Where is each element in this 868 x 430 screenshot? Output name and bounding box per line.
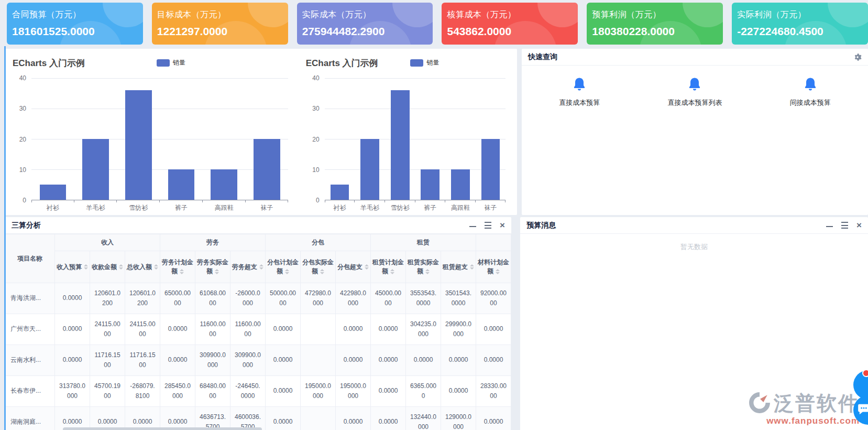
chart-header: ECharts 入门示例 销量 <box>303 52 510 78</box>
column-header[interactable]: 劳务超支 <box>230 251 266 283</box>
x-tick-label: 裤子 <box>415 200 446 213</box>
menu-icon[interactable] <box>485 222 491 229</box>
cell-value: 11716.1500 <box>125 345 160 376</box>
plot <box>325 78 506 200</box>
minimize-icon[interactable] <box>826 226 833 227</box>
bar[interactable] <box>168 169 195 200</box>
bar[interactable] <box>331 185 349 200</box>
stat-card: 合同预算（万元）181601525.0000 <box>7 3 143 45</box>
x-tick-label: 羊毛衫 <box>355 200 385 213</box>
table-row[interactable]: 湖南洞庭...0.00000.00000.00000.00004636713.5… <box>5 407 511 430</box>
column-header[interactable]: 租赁超支 <box>441 251 476 283</box>
left-accent-strip <box>4 46 6 430</box>
sort-caret-icon[interactable] <box>154 264 158 270</box>
chart-legend[interactable]: 销量 <box>410 58 439 67</box>
sort-caret-icon[interactable] <box>390 269 394 274</box>
stat-card: 核算成本（万元）543862.0000 <box>442 3 578 45</box>
bell-icon <box>573 77 586 93</box>
quick-item-label: 直接成本预算 <box>559 98 600 108</box>
sort-caret-icon[interactable] <box>84 264 88 270</box>
table-row[interactable]: 青海洪湖...0.0000120601.0200120601.020065000… <box>5 283 511 314</box>
sort-caret-icon[interactable] <box>320 269 324 274</box>
y-tick-label: 10 <box>19 166 26 174</box>
table-row[interactable]: 云南水利...0.000011716.150011716.15000.00003… <box>5 345 511 376</box>
column-header[interactable]: 劳务实际金额 <box>195 251 230 283</box>
stat-card-label: 目标成本（万元） <box>157 9 282 20</box>
cell-value: 28330.0000 <box>476 376 511 407</box>
column-header[interactable]: 收款金额 <box>90 251 125 283</box>
column-header[interactable]: 劳务计划金额 <box>160 251 195 283</box>
sort-caret-icon[interactable] <box>285 269 289 274</box>
bar-slot <box>445 78 476 200</box>
column-header[interactable]: 材料计划金额 <box>476 251 511 283</box>
horizontal-scrollbar[interactable] <box>63 427 262 430</box>
x-tick-label: 衬衫 <box>325 200 355 213</box>
cell-value: 120601.0200 <box>125 283 160 314</box>
stat-card-label: 预算利润（万元） <box>592 9 717 20</box>
close-icon[interactable]: × <box>856 221 862 230</box>
cell-value: 24115.0000 <box>90 314 125 345</box>
group-header: 劳务 <box>160 234 266 251</box>
column-header[interactable]: 分包计划金额 <box>266 251 301 283</box>
bar[interactable] <box>360 139 379 200</box>
vendor-url-text: www.fanpusoft.com <box>749 416 860 426</box>
table-row[interactable]: 广州市天...0.000024115.000024115.00000.00001… <box>5 314 511 345</box>
column-header[interactable]: 租赁实际金额 <box>406 251 441 283</box>
bar[interactable] <box>451 169 470 200</box>
notification-badge <box>862 369 868 377</box>
cell-value: 0.0000 <box>336 314 371 345</box>
column-header[interactable]: 租赁计划金额 <box>371 251 406 283</box>
bar[interactable] <box>391 90 410 200</box>
y-tick-label: 0 <box>23 197 26 204</box>
quick-query-item[interactable]: 间接成本预算 <box>753 77 868 108</box>
bar[interactable] <box>211 169 237 200</box>
y-tick-label: 20 <box>312 136 319 143</box>
sort-caret-icon[interactable] <box>215 269 219 274</box>
chart-legend[interactable]: 销量 <box>157 58 185 67</box>
sort-caret-icon[interactable] <box>496 269 500 274</box>
quick-query-item[interactable]: 直接成本预算 <box>522 77 637 108</box>
quick-query-panel: 快速查询 直接成本预算直接成本预算列表间接成本预算 <box>522 49 868 215</box>
minimize-icon[interactable] <box>469 226 476 227</box>
bell-icon <box>688 77 701 93</box>
column-header-label: 收款金额 <box>92 263 117 271</box>
cell-value: 304235.0000 <box>406 314 441 345</box>
sort-caret-icon[interactable] <box>180 269 184 274</box>
column-header[interactable]: 分包实际金额 <box>301 251 336 283</box>
bar[interactable] <box>481 139 500 200</box>
stat-card-value: 543862.0000 <box>447 25 572 38</box>
bar[interactable] <box>125 90 152 200</box>
bar-slot <box>246 78 289 200</box>
table-row[interactable]: 长春市伊...313780.000045700.1900-268079.8100… <box>5 376 511 407</box>
sort-caret-icon[interactable] <box>119 264 123 270</box>
analysis-table-head: 项目名称收入劳务分包租赁收入预算收款金额总收入额劳务计划金额劳务实际金额劳务超支… <box>5 234 511 283</box>
vendor-brand-text: 泛普软件 <box>774 390 860 417</box>
sort-caret-icon[interactable] <box>470 264 474 270</box>
cell-value: 0.0000 <box>55 283 90 314</box>
sort-caret-icon[interactable] <box>425 269 430 274</box>
menu-icon[interactable] <box>841 222 848 229</box>
stat-card-value: -227224680.4500 <box>737 25 862 38</box>
cell-project-name: 广州市天... <box>5 314 55 345</box>
close-icon[interactable]: × <box>500 221 505 230</box>
sort-caret-icon[interactable] <box>259 264 263 270</box>
column-header[interactable]: 分包超支 <box>336 251 371 283</box>
plot-area: 010203040 <box>9 78 292 200</box>
cell-value: 4600036.5700 <box>230 407 266 430</box>
bar[interactable] <box>40 185 67 200</box>
cell-value: 0.0000 <box>476 345 511 376</box>
y-tick-label: 30 <box>19 105 26 112</box>
column-header[interactable]: 收入预算 <box>55 251 90 283</box>
column-header[interactable]: 总收入额 <box>125 251 160 283</box>
gear-icon[interactable] <box>853 53 862 61</box>
cell-value: 0.0000 <box>476 407 511 430</box>
cell-value: 0.0000 <box>371 345 406 376</box>
chart-title: ECharts 入门示例 <box>306 57 378 69</box>
cell-value: 0.0000 <box>90 407 125 430</box>
sort-caret-icon[interactable] <box>365 264 369 270</box>
bar[interactable] <box>421 169 440 200</box>
bar[interactable] <box>82 139 109 200</box>
cell-project-name: 青海洪湖... <box>5 283 55 314</box>
quick-query-item[interactable]: 直接成本预算列表 <box>637 77 752 108</box>
bar[interactable] <box>254 139 280 200</box>
